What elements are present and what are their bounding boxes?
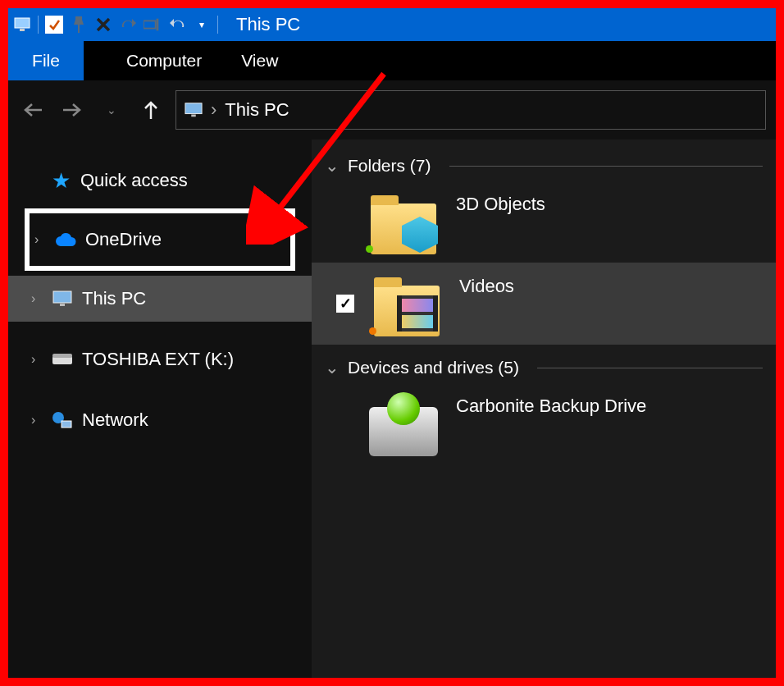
star-icon: ★ [49, 169, 72, 192]
qat-dropdown-icon[interactable]: ▾ [193, 16, 211, 34]
content-pane: ⌄ Folders (7) 3D Objects ✓ [312, 139, 776, 678]
svg-rect-0 [15, 18, 30, 28]
folder-icon [364, 189, 443, 254]
drive-icon [51, 348, 74, 371]
svg-rect-9 [52, 354, 72, 358]
undo-icon[interactable] [168, 16, 186, 34]
ribbon-tabs: File Computer View [8, 41, 776, 80]
divider [537, 368, 763, 368]
breadcrumb-separator-icon: › [211, 99, 217, 121]
svg-rect-7 [60, 304, 65, 306]
tree-label: Quick access [80, 170, 188, 191]
tree-this-pc[interactable]: › This PC [8, 276, 312, 322]
tree-label: Network [82, 409, 148, 431]
annotation-highlight-onedrive: › OneDrive [25, 208, 295, 271]
folder-videos[interactable]: ✓ Videos [312, 263, 776, 345]
tree-quick-access[interactable]: ★ Quick access [8, 158, 312, 204]
item-label: Videos [459, 276, 514, 297]
group-label: Devices and drives (5) [348, 358, 519, 377]
item-label: 3D Objects [456, 194, 545, 215]
group-folders[interactable]: ⌄ Folders (7) [312, 151, 776, 181]
svg-rect-1 [20, 29, 25, 31]
item-label: Carbonite Backup Drive [456, 396, 646, 417]
title-bar: ▾ This PC [8, 8, 776, 41]
tab-file[interactable]: File [8, 41, 84, 80]
breadcrumb-this-pc[interactable]: This PC [225, 99, 289, 121]
tree-label: This PC [82, 288, 146, 309]
pin-icon[interactable] [70, 16, 88, 34]
expand-caret-icon[interactable]: › [31, 352, 43, 367]
tree-label[interactable]: OneDrive [85, 229, 162, 250]
tree-label: TOSHIBA EXT (K:) [82, 349, 234, 370]
group-devices[interactable]: ⌄ Devices and drives (5) [312, 353, 776, 382]
navigation-bar: ⌄ › This PC [8, 80, 776, 139]
folder-3d-objects[interactable]: 3D Objects [312, 181, 776, 263]
rename-icon[interactable] [144, 16, 162, 34]
tab-view[interactable]: View [221, 41, 298, 80]
expand-caret-icon[interactable]: › [31, 291, 43, 306]
address-bar[interactable]: › This PC [175, 90, 766, 130]
navigation-tree: ★ Quick access › OneDrive › This PC › [8, 139, 312, 678]
redo-icon[interactable] [119, 16, 137, 34]
collapse-caret-icon[interactable]: ⌄ [325, 156, 340, 176]
tree-drive-k[interactable]: › TOSHIBA EXT (K:) [8, 336, 312, 382]
forward-button[interactable] [57, 95, 87, 125]
checkbox-checked-icon[interactable]: ✓ [336, 295, 354, 313]
pc-icon [185, 101, 203, 119]
tab-computer[interactable]: Computer [107, 41, 221, 80]
monitor-icon [13, 16, 31, 34]
separator [217, 16, 218, 34]
tree-network[interactable]: › Network [8, 397, 312, 443]
properties-icon[interactable] [45, 16, 63, 34]
svg-rect-3 [157, 19, 159, 31]
svg-rect-2 [144, 21, 156, 28]
expand-caret-icon[interactable]: › [34, 232, 46, 247]
cloud-icon [54, 228, 77, 251]
svg-rect-6 [53, 291, 71, 303]
divider [449, 166, 763, 167]
folder-icon [367, 271, 446, 336]
expand-caret-icon[interactable]: › [31, 413, 43, 428]
drive-icon [364, 391, 443, 456]
back-button[interactable] [18, 95, 48, 125]
svg-rect-11 [62, 421, 71, 428]
network-icon [51, 409, 74, 432]
svg-rect-4 [185, 103, 202, 114]
up-button[interactable] [136, 95, 166, 125]
separator [38, 16, 39, 34]
svg-rect-5 [191, 115, 196, 117]
group-label: Folders (7) [348, 156, 431, 176]
window-title: This PC [236, 14, 300, 35]
history-dropdown-icon[interactable]: ⌄ [97, 95, 126, 125]
collapse-caret-icon[interactable]: ⌄ [325, 358, 340, 377]
delete-icon[interactable] [94, 16, 112, 34]
pc-icon [51, 287, 74, 310]
drive-carbonite[interactable]: Carbonite Backup Drive [312, 382, 776, 464]
